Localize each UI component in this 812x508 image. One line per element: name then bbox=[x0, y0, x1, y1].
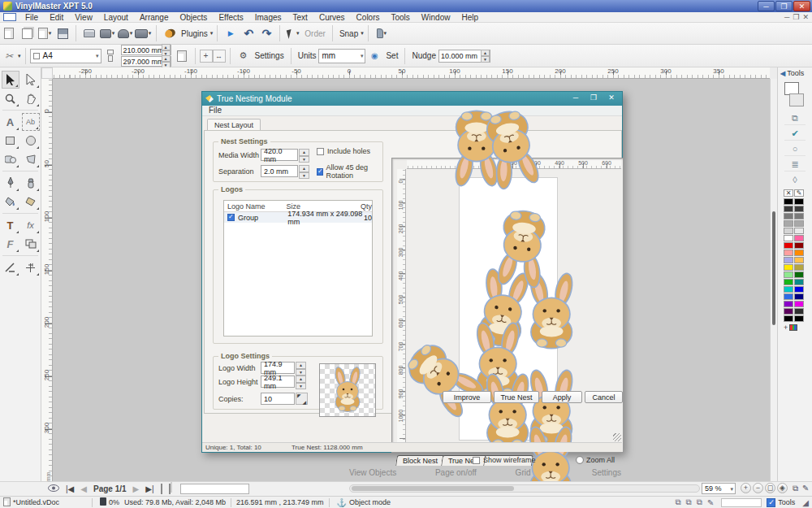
color-swatch[interactable] bbox=[794, 279, 804, 285]
page-width-spinbox[interactable]: 210.000 mm ▲▼ bbox=[121, 45, 171, 55]
pick-order-icon[interactable]: ▾ bbox=[284, 25, 302, 41]
fill-editor-tool[interactable] bbox=[22, 193, 40, 211]
show-wireframe-checkbox[interactable] bbox=[473, 457, 480, 464]
color-swatch[interactable] bbox=[784, 206, 793, 212]
menu-item[interactable]: Objects bbox=[174, 13, 213, 22]
fancy-text-tool[interactable]: F bbox=[2, 235, 19, 253]
color-swatch[interactable] bbox=[784, 264, 793, 271]
add-page-nav-icon[interactable] bbox=[158, 484, 166, 493]
text-frame-tool[interactable]: Ab bbox=[22, 113, 40, 131]
plugins-label[interactable]: Plugins bbox=[181, 29, 208, 38]
horizontal-scrollbar[interactable] bbox=[349, 484, 700, 493]
color-swatch[interactable] bbox=[794, 301, 804, 307]
color-swatch[interactable] bbox=[794, 228, 804, 234]
text-effects-tool[interactable]: T bbox=[2, 216, 19, 234]
dialog-resize-grip[interactable] bbox=[613, 433, 621, 441]
color-swatch[interactable] bbox=[794, 308, 804, 315]
color-swatch[interactable] bbox=[784, 257, 793, 263]
color-swatch[interactable] bbox=[794, 242, 804, 249]
logo-height-spinner[interactable]: ▲▼ bbox=[296, 376, 306, 388]
zoom-level-select[interactable]: 59 %▾ bbox=[702, 483, 736, 494]
copies-dial-spinner[interactable] bbox=[296, 393, 308, 405]
cascade-windows-icon[interactable]: ⧉ bbox=[793, 484, 798, 493]
color-swatch[interactable] bbox=[794, 286, 804, 293]
close-button[interactable]: ✕ bbox=[793, 1, 810, 11]
orientation-icons[interactable] bbox=[102, 48, 119, 64]
line-weight-icon[interactable]: ≣ bbox=[784, 158, 806, 172]
plugins-dropdown-icon[interactable]: ▾ bbox=[210, 30, 214, 37]
pen-tool[interactable] bbox=[2, 174, 19, 192]
allow-rotation-checkbox[interactable] bbox=[317, 168, 323, 176]
media-width-input[interactable]: 420.0 mm bbox=[261, 149, 298, 161]
menu-item[interactable]: Arrange bbox=[134, 13, 175, 22]
rectangle-tool[interactable] bbox=[2, 132, 19, 150]
color-swatch[interactable] bbox=[784, 228, 793, 234]
resize-grip-icon[interactable]: ◢ bbox=[802, 498, 809, 507]
knife-dropdown-icon[interactable]: ▾ bbox=[18, 53, 21, 59]
media-width-spinner[interactable]: ▲▼ bbox=[299, 149, 309, 161]
color-swatch[interactable] bbox=[784, 250, 793, 256]
true-nest-button[interactable]: True Nest bbox=[494, 391, 539, 403]
logo-width-spinner[interactable]: ▲▼ bbox=[296, 362, 306, 374]
logo-row-checkbox[interactable] bbox=[227, 214, 235, 221]
minimize-button[interactable]: ─ bbox=[758, 1, 775, 11]
outline-circle-icon[interactable]: ○ bbox=[784, 143, 806, 156]
color-swatch[interactable] bbox=[784, 242, 793, 249]
new-document-icon[interactable] bbox=[0, 25, 18, 41]
menu-item[interactable]: Layout bbox=[98, 13, 134, 22]
color-swatch[interactable] bbox=[794, 206, 804, 212]
dialog-minimize-button[interactable]: ─ bbox=[567, 92, 585, 105]
menu-item[interactable]: Images bbox=[249, 13, 287, 22]
tools-visibility-checkbox[interactable] bbox=[767, 498, 775, 507]
canvas-link[interactable]: Settings bbox=[592, 468, 621, 477]
restore-button[interactable]: ❐ bbox=[775, 1, 793, 11]
cancel-button[interactable]: Cancel bbox=[585, 391, 623, 403]
edit-color-icon[interactable]: ✎ bbox=[794, 189, 804, 197]
canvas-link[interactable]: Page on/off bbox=[435, 468, 477, 477]
horizontal-scrollbar-thumb[interactable] bbox=[352, 486, 514, 491]
palette-grid-icon[interactable] bbox=[789, 324, 797, 331]
color-swatch[interactable] bbox=[784, 220, 793, 227]
nudge-spinbox[interactable]: 10.000 mm ▲▼ bbox=[438, 50, 490, 63]
knife-tool-icon[interactable]: ✂ bbox=[0, 48, 18, 64]
snap-label[interactable]: Snap bbox=[339, 29, 358, 38]
color-swatch[interactable] bbox=[784, 235, 793, 241]
color-swatch[interactable] bbox=[784, 286, 793, 293]
color-swatch[interactable] bbox=[794, 264, 804, 271]
last-page-button[interactable]: ▶| bbox=[142, 484, 157, 493]
print-icon[interactable] bbox=[80, 25, 98, 41]
quick-edit-icon[interactable]: ✎ bbox=[707, 498, 714, 507]
plotter-icon[interactable]: ▾ bbox=[134, 25, 152, 41]
layer-back-icon[interactable]: ⧉ bbox=[675, 497, 680, 507]
menu-item[interactable]: Curves bbox=[313, 13, 351, 22]
include-holes-checkbox[interactable] bbox=[317, 148, 324, 155]
next-page-button[interactable]: ▶ bbox=[130, 484, 143, 493]
color-swatch[interactable] bbox=[794, 235, 804, 241]
add-page-icon[interactable]: + bbox=[200, 50, 213, 63]
color-swatch[interactable] bbox=[784, 308, 793, 315]
menu-item[interactable]: Effects bbox=[213, 13, 248, 22]
page-options-icon[interactable] bbox=[166, 484, 174, 493]
swap-page-icon[interactable]: ↔ bbox=[213, 50, 226, 63]
color-swatch[interactable] bbox=[794, 213, 804, 219]
pan-hand-tool[interactable] bbox=[22, 89, 40, 107]
color-swatch[interactable] bbox=[794, 257, 804, 263]
copies-input[interactable]: 10 bbox=[261, 393, 295, 405]
color-swatch[interactable] bbox=[784, 315, 793, 322]
dialog-maximize-button[interactable]: ❐ bbox=[585, 92, 603, 105]
plugins-icon[interactable] bbox=[161, 25, 179, 41]
spray-tool-icon[interactable]: ▾ bbox=[373, 25, 391, 41]
zoom-all-label[interactable]: Zoom All bbox=[586, 456, 615, 464]
redo-icon[interactable]: ↷ bbox=[257, 25, 275, 41]
layer-front-icon[interactable]: ⧉ bbox=[697, 497, 702, 507]
logo-height-input[interactable]: 249.1 mm bbox=[261, 376, 295, 388]
color-swatch[interactable] bbox=[794, 293, 804, 300]
dialog-title-bar[interactable]: True Nesting Module ─ ❐ ✕ bbox=[202, 92, 622, 106]
swatch-options-icon[interactable]: ⧉ bbox=[784, 112, 806, 125]
menu-item[interactable]: File bbox=[19, 13, 44, 22]
no-color-swatch[interactable]: ✕ bbox=[784, 189, 793, 197]
color-swatch[interactable] bbox=[784, 198, 793, 205]
page-blank-icon[interactable] bbox=[173, 48, 191, 64]
settings-label[interactable]: Settings bbox=[255, 51, 284, 60]
canvas-link[interactable]: View Objects bbox=[349, 468, 396, 477]
